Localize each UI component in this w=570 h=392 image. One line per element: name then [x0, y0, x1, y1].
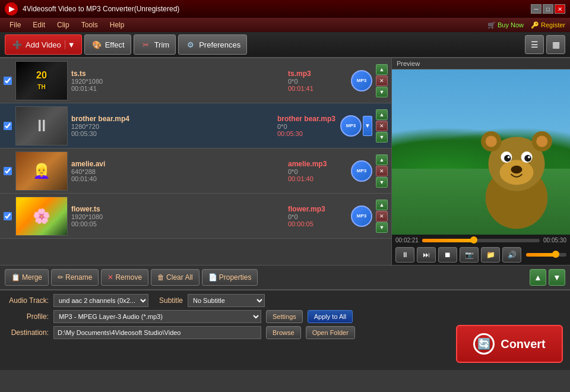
file-down-button[interactable]: ▼: [376, 177, 388, 188]
add-video-button[interactable]: ➕ Add Video ▼: [5, 34, 82, 55]
file-up-button[interactable]: ▲: [376, 109, 388, 120]
convert-button[interactable]: 🔄 Convert: [456, 325, 563, 363]
open-folder-button[interactable]: 📁: [481, 247, 500, 263]
svg-point-11: [508, 156, 510, 159]
menu-tools[interactable]: Tools: [77, 20, 103, 30]
buy-register-area: 🛒 Buy Now 🔑 Register: [487, 21, 565, 29]
file-checkbox[interactable]: [4, 167, 12, 175]
file-checkbox[interactable]: [4, 77, 12, 85]
output-name: amelie.mp3: [288, 160, 347, 168]
file-item: ⏸ brother bear.mp4 1280*720 00:05:30 bro…: [0, 103, 391, 148]
menu-bar: File Edit Clip Tools Help 🛒 Buy Now 🔑 Re…: [0, 18, 570, 32]
file-item: 20TH ts.ts 1920*1080 00:01:41 ts.mp3 0*0…: [0, 58, 391, 103]
minimize-button[interactable]: ─: [531, 4, 542, 14]
grid-view-button[interactable]: ▦: [546, 35, 565, 54]
trim-icon: ✂: [140, 39, 152, 50]
open-folder-button[interactable]: Open Folder: [306, 326, 355, 339]
file-checkbox[interactable]: [4, 122, 12, 130]
trim-button[interactable]: ✂ Trim: [134, 34, 176, 55]
register-button[interactable]: 🔑 Register: [531, 21, 565, 29]
file-list: 20TH ts.ts 1920*1080 00:01:41 ts.mp3 0*0…: [0, 58, 392, 265]
svg-point-9: [504, 155, 511, 162]
file-up-button[interactable]: ▲: [376, 200, 388, 210]
title-bar: ▶ 4Videosoft Video to MP3 Converter(Unre…: [0, 0, 570, 18]
mp3-dropdown-button[interactable]: ▼: [363, 116, 372, 136]
file-remove-button[interactable]: ✕: [376, 166, 388, 176]
settings-button[interactable]: Settings: [266, 310, 303, 323]
menu-clip[interactable]: Clip: [52, 20, 74, 30]
step-forward-button[interactable]: ⏭: [417, 247, 436, 263]
apply-to-all-button[interactable]: Apply to All: [308, 310, 353, 323]
move-up-button[interactable]: ▲: [530, 269, 546, 286]
file-info: ts.ts 1920*1080 00:01:41: [71, 69, 284, 92]
file-actions: MP3: [351, 206, 372, 227]
destination-input[interactable]: [53, 326, 261, 339]
svg-point-13: [511, 166, 522, 173]
output-name: ts.mp3: [288, 69, 347, 78]
file-down-button[interactable]: ▼: [376, 132, 388, 143]
progress-bar[interactable]: [422, 239, 540, 242]
output-info: brother bear.mp3 0*0 00:05:30: [277, 115, 337, 137]
profile-row: Profile: MP3 - MPEG Layer-3 Audio (*.mp3…: [7, 310, 563, 323]
file-item: 👱‍♀️ amelie.avi 640*288 00:01:40 amelie.…: [0, 148, 391, 194]
view-buttons: ☰ ▦: [525, 35, 565, 54]
output-info: flower.mp3 0*0 00:00:05: [288, 205, 347, 227]
buy-now-button[interactable]: 🛒 Buy Now: [487, 21, 524, 29]
file-remove-button[interactable]: ✕: [376, 211, 388, 222]
clear-all-button[interactable]: 🗑 Clear All: [151, 269, 200, 286]
menu-help[interactable]: Help: [105, 20, 129, 30]
file-up-button[interactable]: ▲: [376, 154, 388, 165]
file-checkbox[interactable]: [4, 212, 12, 220]
audio-track-select[interactable]: und aac 2 channels (0x2...: [53, 294, 148, 307]
file-name: amelie.avi: [71, 160, 284, 168]
output-duration: 00:00:05: [288, 220, 347, 227]
volume-bar[interactable]: [526, 253, 566, 257]
effect-button[interactable]: 🎨 Effect: [84, 34, 131, 55]
preferences-button[interactable]: ⚙ Preferences: [178, 34, 247, 55]
subtitle-select[interactable]: No Subtitle: [188, 294, 265, 307]
stop-button[interactable]: ⏹: [438, 247, 457, 263]
file-dimensions: 640*288: [71, 168, 284, 175]
destination-label: Destination:: [7, 328, 49, 337]
remove-icon: ✕: [107, 273, 113, 282]
preferences-icon: ⚙: [185, 39, 197, 50]
file-thumbnail: ⏸: [15, 106, 68, 146]
title-text: 4Videosoft Video to MP3 Converter(Unregi…: [23, 5, 531, 13]
remove-button[interactable]: ✕ Remove: [101, 269, 148, 286]
profile-label: Profile:: [7, 312, 49, 321]
properties-button[interactable]: 📄 Properties: [202, 269, 258, 286]
file-remove-button[interactable]: ✕: [376, 75, 388, 86]
file-remove-button[interactable]: ✕: [376, 121, 388, 131]
add-video-dropdown-arrow[interactable]: ▼: [65, 40, 75, 49]
time-current: 00:02:21: [395, 237, 419, 244]
file-up-button[interactable]: ▲: [376, 64, 388, 75]
file-item: 🌸 flower.ts 1920*1080 00:00:05 flower.mp…: [0, 194, 391, 239]
file-down-button[interactable]: ▼: [376, 87, 388, 97]
maximize-button[interactable]: □: [543, 4, 553, 14]
file-actions: MP3 ▼: [340, 115, 372, 137]
properties-icon: 📄: [208, 273, 217, 282]
list-view-button[interactable]: ☰: [525, 35, 544, 54]
menu-file[interactable]: File: [5, 20, 26, 30]
merge-icon: 📋: [11, 273, 20, 282]
svg-point-5: [536, 136, 547, 147]
profile-select[interactable]: MP3 - MPEG Layer-3 Audio (*.mp3): [53, 310, 261, 323]
subtitle-label: Subtitle: [153, 296, 183, 305]
toolbar: ➕ Add Video ▼ 🎨 Effect ✂ Trim ⚙ Preferen…: [0, 32, 570, 58]
file-info: amelie.avi 640*288 00:01:40: [71, 160, 284, 182]
app-logo: ▶: [5, 2, 18, 15]
progress-fill: [422, 239, 474, 242]
move-down-button[interactable]: ▼: [549, 269, 565, 286]
bottom-area: Audio Track: und aac 2 channels (0x2... …: [0, 290, 570, 370]
output-dimensions: 0*0: [288, 78, 347, 85]
merge-button[interactable]: 📋 Merge: [5, 269, 49, 286]
file-duration: 00:00:05: [71, 220, 284, 227]
file-down-button[interactable]: ▼: [376, 222, 388, 233]
menu-edit[interactable]: Edit: [28, 20, 50, 30]
time-total: 00:05:30: [543, 237, 566, 244]
browse-button[interactable]: Browse: [266, 326, 301, 339]
rename-button[interactable]: ✏ Rename: [51, 269, 99, 286]
pause-button[interactable]: ⏸: [395, 247, 414, 263]
close-button[interactable]: ✕: [555, 4, 565, 14]
screenshot-button[interactable]: 📷: [460, 247, 479, 263]
